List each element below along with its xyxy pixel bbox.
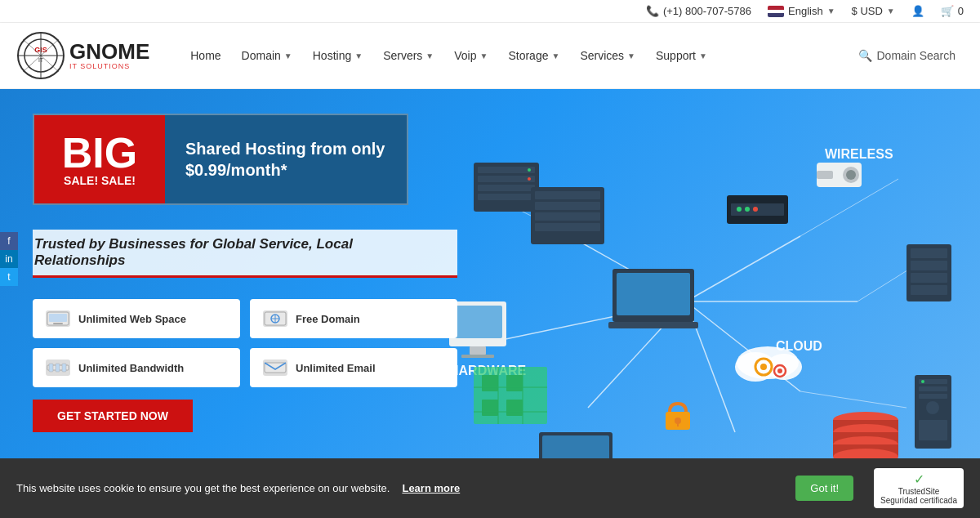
voip-arrow: ▼ — [480, 51, 488, 60]
got-it-button[interactable]: Got it! — [795, 476, 853, 501]
svg-point-71 — [777, 368, 782, 373]
phone-item[interactable]: 📞 (+1) 800-707-5786 — [646, 5, 751, 17]
svg-point-52 — [745, 207, 750, 212]
nav-voip[interactable]: Voip ▼ — [446, 42, 496, 69]
svg-rect-89 — [506, 375, 523, 391]
svg-rect-10 — [53, 323, 63, 324]
support-arrow: ▼ — [699, 51, 707, 60]
nav-storage[interactable]: Storage ▼ — [500, 42, 568, 69]
trusted-check-icon: ✓ — [914, 471, 924, 487]
social-sidebar: f in t — [0, 232, 18, 286]
logo-circle: GIS IT — [16, 31, 65, 80]
bandwidth-icon — [46, 359, 70, 376]
sale-label-text: SALE! SALE! — [64, 174, 136, 187]
sale-info-panel: Shared Hosting from only $0.99/month* — [165, 122, 407, 197]
svg-rect-90 — [482, 400, 498, 416]
linkedin-button[interactable]: in — [0, 250, 18, 268]
nav-servers[interactable]: Servers ▼ — [375, 42, 442, 69]
feature-free-domain: Free Domain — [250, 299, 457, 338]
servers-arrow: ▼ — [425, 51, 434, 60]
nav-support[interactable]: Support ▼ — [648, 42, 715, 69]
search-icon: 🔍 — [858, 49, 872, 62]
sale-description: Shared Hosting from only $0.99/month* — [185, 138, 386, 181]
svg-rect-117 — [919, 386, 947, 391]
language-selector[interactable]: English ▼ — [768, 5, 835, 17]
svg-rect-91 — [506, 400, 523, 416]
flag-icon — [768, 6, 784, 17]
sale-big-text: BIG — [62, 132, 137, 174]
twitter-button[interactable]: t — [0, 268, 18, 286]
svg-point-53 — [753, 207, 758, 212]
svg-rect-78 — [911, 273, 947, 283]
learn-more-link[interactable]: Learn more — [402, 482, 460, 494]
cookie-bar: This website uses cookie to ensure you g… — [0, 458, 980, 506]
language-label: English — [788, 5, 823, 17]
facebook-button[interactable]: f — [0, 232, 18, 250]
currency-selector[interactable]: $ USD ▼ — [852, 5, 895, 17]
language-dropdown-arrow: ▼ — [827, 7, 835, 16]
svg-rect-39 — [478, 176, 535, 182]
email-label: Unlimited Email — [296, 362, 376, 374]
currency-label: $ USD — [852, 5, 883, 17]
web-space-icon — [46, 310, 70, 327]
svg-rect-38 — [478, 167, 535, 173]
svg-rect-120 — [919, 420, 947, 440]
svg-rect-88 — [482, 375, 498, 391]
top-bar: 📞 (+1) 800-707-5786 English ▼ $ USD ▼ 👤 … — [0, 0, 980, 23]
svg-text:WIRELESS: WIRELESS — [825, 147, 893, 161]
svg-rect-59 — [617, 273, 690, 315]
bandwidth-label: Unlimited Bandwidth — [78, 362, 184, 374]
logo[interactable]: GIS IT GNOME IT SOLUTIONS — [16, 31, 149, 80]
domain-search-button[interactable]: 🔍 Domain Search — [850, 42, 964, 69]
sale-box: BIG SALE! SALE! Shared Hosting from only… — [33, 114, 408, 205]
svg-rect-17 — [56, 364, 60, 372]
svg-rect-77 — [911, 261, 947, 270]
trusted-text: Trusted by Businesses for Global Service… — [33, 230, 457, 278]
svg-rect-79 — [911, 285, 947, 295]
svg-rect-45 — [535, 191, 600, 199]
svg-rect-47 — [535, 212, 600, 221]
nav-domain[interactable]: Domain ▼ — [234, 42, 301, 69]
svg-line-30 — [800, 391, 906, 408]
svg-point-69 — [760, 364, 767, 370]
nav-home[interactable]: Home — [182, 42, 229, 69]
svg-rect-62 — [453, 306, 502, 338]
domain-icon — [263, 310, 287, 327]
logo-text: GNOME IT SOLUTIONS — [69, 41, 149, 70]
nav-hosting[interactable]: Hosting ▼ — [305, 42, 371, 69]
cart-button[interactable]: 🛒 0 — [941, 5, 964, 17]
feature-web-space: Unlimited Web Space — [33, 299, 240, 338]
nav-services[interactable]: Services ▼ — [572, 42, 644, 69]
get-started-button[interactable]: GET STARTED NOW — [33, 400, 193, 432]
svg-rect-63 — [470, 346, 486, 355]
svg-rect-9 — [49, 314, 67, 322]
svg-point-56 — [846, 170, 856, 180]
cart-icon: 🛒 — [941, 5, 954, 17]
svg-rect-16 — [49, 364, 53, 372]
svg-point-43 — [528, 177, 531, 181]
svg-point-121 — [921, 380, 924, 383]
svg-rect-41 — [478, 194, 535, 200]
svg-rect-64 — [461, 355, 494, 358]
free-domain-label: Free Domain — [296, 313, 360, 325]
email-icon — [263, 359, 287, 376]
trusted-site-label: TrustedSite — [898, 487, 940, 496]
user-icon-button[interactable]: 👤 — [911, 5, 924, 17]
hero-illustration: WIRELESS HARDWARE CLOUD DATA BASE SECURI… — [457, 114, 947, 481]
svg-line-28 — [800, 179, 898, 236]
domain-arrow: ▼ — [284, 51, 292, 60]
trusted-site-sub: Seguridad certificada — [880, 496, 957, 505]
svg-rect-46 — [535, 202, 600, 210]
web-space-label: Unlimited Web Space — [78, 313, 186, 325]
phone-icon: 📞 — [646, 5, 659, 17]
services-arrow: ▼ — [627, 51, 635, 60]
svg-rect-57 — [817, 171, 833, 179]
svg-rect-60 — [608, 322, 698, 328]
storage-arrow: ▼ — [551, 51, 559, 60]
svg-point-42 — [528, 168, 531, 172]
cart-count: 0 — [958, 5, 964, 17]
svg-rect-40 — [478, 185, 535, 191]
user-icon: 👤 — [911, 5, 924, 17]
hosting-arrow: ▼ — [354, 51, 363, 60]
nav-links: Home Domain ▼ Hosting ▼ Servers ▼ Voip ▼… — [182, 42, 849, 69]
